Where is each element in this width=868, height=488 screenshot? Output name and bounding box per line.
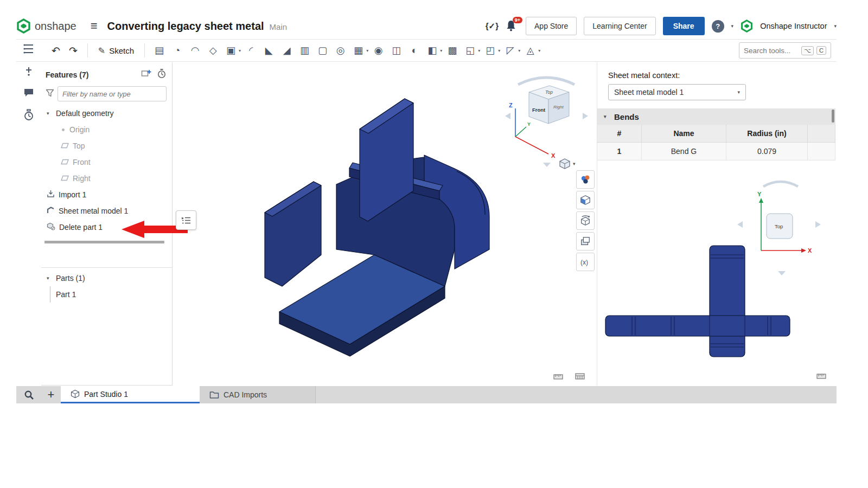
thicken-tool[interactable]: ▣ xyxy=(222,42,239,59)
isolate-icon[interactable]: (x) xyxy=(576,253,595,271)
circular-pattern-tool[interactable]: ◉ xyxy=(370,42,387,59)
loft-tool[interactable]: ◇ xyxy=(205,42,221,59)
mirror-tool[interactable]: ◫ xyxy=(388,42,405,59)
extrude-tool[interactable]: ▤ xyxy=(151,42,168,59)
units-ruler-icon[interactable] xyxy=(553,372,563,382)
bend-row-num[interactable]: 1 xyxy=(597,143,642,160)
tree-item-import-1[interactable]: Import 1 xyxy=(41,187,172,203)
panel-scrollbar[interactable] xyxy=(832,110,834,123)
tree-item-label: Delete part 1 xyxy=(59,223,103,232)
bends-section-header[interactable]: ▾ Bends xyxy=(597,108,835,125)
help-icon[interactable]: ? xyxy=(712,20,724,33)
search-tools-placeholder: Search tools... xyxy=(744,47,799,55)
shell-tool[interactable]: ▢ xyxy=(314,42,331,59)
tree-item-sheet-metal-model-1[interactable]: Sheet metal model 1 xyxy=(41,203,172,219)
tree-item-part-1[interactable]: Part 1 xyxy=(50,286,172,303)
chevron-down-icon[interactable]: ▾ xyxy=(518,48,520,53)
split-tool[interactable]: ◧ xyxy=(424,42,441,59)
fillet-tool[interactable]: ◜ xyxy=(242,42,259,59)
flat-ruler-icon[interactable] xyxy=(816,371,826,381)
tree-item-right-plane[interactable]: Right xyxy=(41,170,172,187)
revolve-tool[interactable]: ◔ xyxy=(169,42,186,59)
origin-icon xyxy=(61,125,66,134)
undo-button[interactable]: ↶ xyxy=(48,44,64,57)
plane-icon xyxy=(61,142,69,150)
rotate-left-arrow[interactable] xyxy=(737,221,743,228)
sketch-button[interactable]: ✎ Sketch xyxy=(94,46,138,56)
flange-tool[interactable]: ◱ xyxy=(462,42,478,59)
linear-pattern-tool[interactable]: ▦ xyxy=(350,42,367,59)
redo-button[interactable]: ↷ xyxy=(65,44,81,57)
x-axis-label: X xyxy=(808,247,812,254)
boolean-tool[interactable]: ◐ xyxy=(406,42,423,59)
bend-row-name[interactable]: Bend G xyxy=(642,143,726,160)
view-cube[interactable]: Top Front Right Z X Y xyxy=(502,69,591,168)
learning-center-button[interactable]: Learning Center xyxy=(584,17,655,35)
plane-icon xyxy=(61,158,69,166)
rollback-bar[interactable] xyxy=(44,241,164,243)
chamfer-tool[interactable]: ◣ xyxy=(260,42,277,59)
mate-connector-tool[interactable]: ◬ xyxy=(522,42,539,59)
notifications-bell-icon[interactable]: 9+ xyxy=(506,20,519,33)
tree-item-default-geometry[interactable]: ▾ Default geometry xyxy=(41,105,172,121)
chevron-down-icon[interactable]: ▾ xyxy=(440,48,442,53)
tree-item-label: Right xyxy=(73,174,91,183)
rotate-left-arrow[interactable] xyxy=(505,113,510,119)
history-icon[interactable] xyxy=(23,109,34,123)
chevron-down-icon[interactable]: ▾ xyxy=(731,23,734,29)
section-view-icon[interactable] xyxy=(576,232,595,251)
y-axis-label: Y xyxy=(527,121,531,127)
draft-tool[interactable]: ◢ xyxy=(278,42,295,59)
hole-tool[interactable]: ◎ xyxy=(332,42,349,59)
chevron-down-icon[interactable]: ▾ xyxy=(538,48,540,53)
app-store-button[interactable]: App Store xyxy=(526,17,577,35)
feature-list-flyout-button[interactable] xyxy=(176,210,196,230)
tab-search-icon[interactable] xyxy=(16,386,41,403)
tree-item-parts[interactable]: ▾ Parts (1) xyxy=(41,270,172,286)
add-tab-button[interactable]: + xyxy=(41,386,61,403)
shaded-view-icon[interactable] xyxy=(576,191,595,209)
chevron-down-icon[interactable]: ▾ xyxy=(498,48,500,53)
chevron-down-icon[interactable]: ▾ xyxy=(47,111,52,116)
menu-icon[interactable]: ≡ xyxy=(91,19,98,33)
versions-icon[interactable]: {✓} xyxy=(486,21,499,31)
mate-connector-rail-icon[interactable] xyxy=(23,66,34,79)
sheet-metal-part[interactable] xyxy=(255,87,499,369)
sweep-tool[interactable]: ◠ xyxy=(187,42,203,59)
named-views-icon[interactable] xyxy=(576,211,595,230)
chevron-down-icon[interactable]: ▾ xyxy=(834,23,837,29)
tree-item-origin[interactable]: Origin xyxy=(41,121,172,138)
rollback-history-icon[interactable] xyxy=(157,68,167,81)
tree-item-front-plane[interactable]: Front xyxy=(41,154,172,170)
flat-pattern-part[interactable] xyxy=(602,242,795,361)
rib-tool[interactable]: ▥ xyxy=(296,42,313,59)
cube-label-top: Top xyxy=(775,223,783,229)
tab-cad-imports[interactable]: CAD Imports xyxy=(200,386,316,403)
transform-tool[interactable]: ◰ xyxy=(482,42,499,59)
comments-icon[interactable] xyxy=(23,88,34,100)
tree-item-top-plane[interactable]: Top xyxy=(41,138,172,154)
chevron-down-icon[interactable]: ▾ xyxy=(478,48,480,53)
plane-tool[interactable]: ◸ xyxy=(502,42,519,59)
sheet-metal-panel: Sheet metal context: Sheet metal model 1… xyxy=(597,62,835,386)
finish-sheet-metal-tool[interactable]: ▩ xyxy=(444,42,461,59)
scale-icon[interactable] xyxy=(575,372,585,382)
user-menu[interactable]: Onshape Instructor xyxy=(760,22,827,30)
chevron-down-icon[interactable]: ▾ xyxy=(239,48,241,53)
rotate-right-arrow[interactable] xyxy=(583,113,588,119)
sheet-metal-context-select[interactable]: Sheet metal model 1 ▾ xyxy=(608,84,746,100)
share-button[interactable]: Share xyxy=(663,17,705,35)
appearance-icon[interactable] xyxy=(576,170,595,189)
chevron-down-icon[interactable]: ▾ xyxy=(366,48,368,53)
insert-feature-icon[interactable] xyxy=(141,69,151,80)
search-tools-input[interactable]: Search tools... ⌥ C xyxy=(739,42,831,59)
bend-row-radius[interactable]: 0.079 xyxy=(726,143,808,160)
rotate-right-arrow[interactable] xyxy=(815,221,821,228)
chevron-down-icon[interactable]: ▾ xyxy=(47,275,52,281)
tab-part-studio-1[interactable]: Part Studio 1 xyxy=(61,386,200,403)
col-header-num: # xyxy=(597,125,642,143)
rotate-down-arrow[interactable] xyxy=(543,163,551,167)
filter-input[interactable] xyxy=(58,86,167,101)
feature-list-icon[interactable] xyxy=(23,43,35,56)
view-options-button[interactable]: ▾ xyxy=(559,158,576,170)
